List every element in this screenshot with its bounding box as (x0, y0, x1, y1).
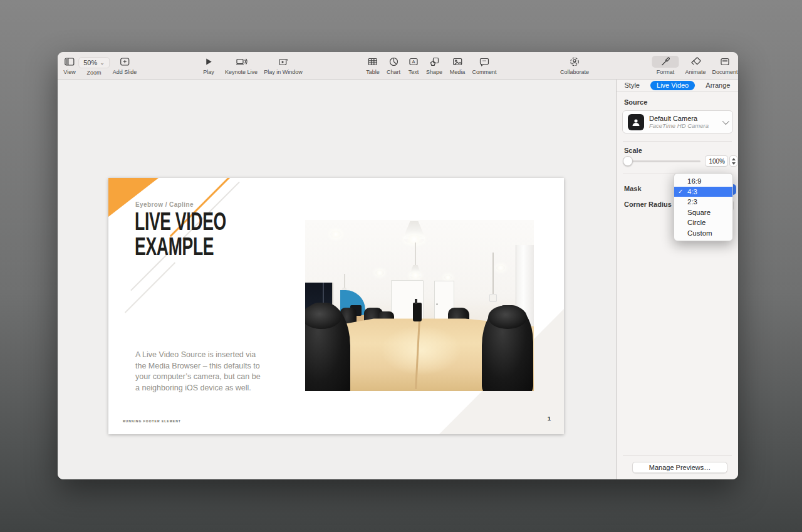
table-button[interactable]: Table (366, 56, 380, 75)
add-slide-button[interactable]: Add Slide (113, 56, 137, 75)
comment-label: Comment (472, 69, 496, 75)
stepper-down-icon (732, 162, 736, 165)
camera-source-text: Default Camera FaceTime HD Camera (649, 115, 717, 130)
zoom-control[interactable]: 50% ⌄ Zoom (78, 57, 110, 76)
inspector-tabs: Style Live Video Arrange (617, 80, 738, 91)
slide-footer-text[interactable]: RUNNING FOOTER ELEMENT (123, 419, 181, 423)
play-in-window-label: Play in Window (264, 69, 303, 75)
play-label: Play (203, 69, 214, 75)
text-label: Text (409, 69, 419, 75)
add-slide-label: Add Slide (113, 69, 137, 75)
camera-avatar-icon (628, 114, 644, 130)
ceiling-light (496, 265, 505, 271)
menu-item-2-3[interactable]: 2:3 (674, 197, 732, 207)
menu-item-square[interactable]: Square (674, 207, 732, 218)
toolbar: View 50% ⌄ Zoom Add Slide Play Ke (58, 52, 738, 80)
slide-page-number: 1 (548, 415, 551, 422)
slide-eyebrow-text[interactable]: Eyebrow / Capline (135, 201, 194, 208)
play-in-window-icon (278, 56, 289, 68)
live-video-frame[interactable] (305, 220, 534, 391)
shape-button[interactable]: Shape (426, 56, 442, 75)
checkmark-icon: ✓ (678, 187, 683, 197)
table-bottle (413, 303, 422, 321)
menu-item-custom[interactable]: Custom (674, 228, 732, 239)
scale-slider-track[interactable] (625, 160, 700, 162)
media-icon (452, 56, 462, 68)
play-button[interactable]: Play (203, 56, 214, 75)
corner-radius-label: Corner Radius (624, 201, 672, 208)
scale-stepper[interactable] (729, 155, 737, 167)
ceiling-light (444, 275, 452, 280)
collaborate-icon (569, 56, 580, 68)
door-knob (436, 303, 438, 305)
media-label: Media (450, 69, 466, 75)
zoom-value: 50% (83, 59, 97, 66)
collaborate-label: Collaborate (560, 69, 589, 75)
menu-item-16-9[interactable]: 16:9 (674, 176, 732, 187)
comment-icon (479, 56, 489, 68)
scale-value-field[interactable]: 100% (705, 155, 728, 167)
collaborate-button[interactable]: Collaborate (560, 56, 589, 75)
shape-label: Shape (426, 69, 442, 75)
play-icon (203, 56, 214, 68)
ceiling-light (330, 231, 341, 238)
add-slide-icon (120, 56, 130, 68)
table-light-reflection (380, 325, 462, 375)
table-icon (367, 56, 378, 68)
wall-wire (492, 253, 494, 296)
tab-arrange[interactable]: Arrange (700, 81, 735, 90)
chevron-down-icon (722, 117, 729, 124)
menu-item-circle[interactable]: Circle (674, 217, 732, 228)
format-icon (652, 56, 679, 68)
divider (623, 455, 732, 456)
text-icon: A (409, 56, 419, 68)
mask-label: Mask (624, 185, 642, 192)
slide-body-text[interactable]: A Live Video Source is inserted via the … (135, 350, 264, 394)
svg-text:A: A (412, 59, 415, 65)
table-label: Table (366, 69, 380, 75)
pendant-lamp-glow (404, 235, 424, 244)
tab-style[interactable]: Style (620, 81, 645, 90)
zoom-button[interactable]: 50% ⌄ (78, 57, 110, 68)
chair-headrest (488, 305, 527, 329)
lamp-cord (415, 243, 416, 265)
slide[interactable]: Eyebrow / Capline LIVE VIDEO EXAMPLE A L… (108, 178, 564, 434)
document-label: Document (712, 69, 737, 75)
animate-button[interactable]: Animate (685, 56, 706, 75)
comment-button[interactable]: Comment (472, 56, 496, 75)
keynote-window: View 50% ⌄ Zoom Add Slide Play Ke (58, 52, 738, 479)
menu-item-4-3[interactable]: ✓4:3 (674, 187, 732, 197)
keynote-live-button[interactable]: Keynote Live (225, 56, 258, 75)
animate-icon (690, 56, 701, 68)
animate-label: Animate (685, 69, 706, 75)
camera-subtitle: FaceTime HD Camera (649, 122, 717, 130)
text-button[interactable]: A Text (409, 56, 419, 75)
view-icon (64, 56, 75, 68)
slide-canvas[interactable]: Eyebrow / Capline LIVE VIDEO EXAMPLE A L… (58, 80, 616, 479)
shape-icon (429, 56, 440, 68)
view-button[interactable]: View (63, 56, 75, 75)
lamp-cord (344, 274, 345, 289)
format-button[interactable]: Format (652, 56, 679, 75)
mask-dropdown-menu: 16:9 ✓4:3 2:3 Square Circle Custom (674, 173, 733, 241)
chevron-down-icon: ⌄ (100, 61, 105, 65)
media-button[interactable]: Media (450, 56, 466, 75)
chart-icon (388, 56, 398, 68)
play-in-window-button[interactable]: Play in Window (264, 56, 303, 75)
document-button[interactable]: Document (712, 56, 737, 75)
document-icon (720, 56, 731, 68)
divider (623, 141, 732, 142)
scale-section-label: Scale (624, 147, 642, 154)
scale-slider-knob[interactable] (623, 156, 633, 166)
format-label: Format (657, 69, 675, 75)
view-label: View (63, 69, 75, 75)
chart-button[interactable]: Chart (387, 56, 400, 75)
slide-title-text[interactable]: LIVE VIDEO EXAMPLE (135, 209, 226, 259)
pendant-lamp-glow (410, 273, 421, 278)
tab-live-video[interactable]: Live Video (650, 81, 695, 90)
zoom-label: Zoom (86, 70, 101, 76)
camera-source-select[interactable]: Default Camera FaceTime HD Camera (622, 110, 733, 133)
manage-previews-button[interactable]: Manage Previews… (632, 462, 727, 473)
wall-box (489, 294, 497, 302)
keynote-live-label: Keynote Live (225, 69, 258, 75)
